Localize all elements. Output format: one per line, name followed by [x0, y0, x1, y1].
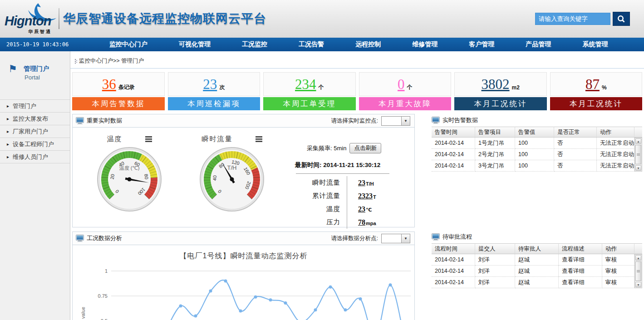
scroll-thumb[interactable]: [635, 145, 641, 164]
table-cell: 无法正常启动: [597, 160, 634, 172]
temperature-gauge: 020406080100温度 (℃): [95, 145, 163, 213]
nav-item-visual-management[interactable]: 可视化管理: [179, 40, 211, 49]
scroll-thumb[interactable]: [635, 261, 641, 281]
column-header: 动作: [597, 127, 634, 138]
flow-gauge: 04080120160200T/H: [198, 145, 266, 213]
realtime-point-select[interactable]: ▼: [381, 116, 410, 126]
hamburger-menu-icon[interactable]: [145, 136, 152, 142]
card-monthly-major-fault: 0个 本月重大故障: [359, 72, 452, 110]
card-value-area: 87%: [550, 72, 643, 96]
alarm-table: 告警时间告警项目告警值是否正常动作2014-02-141号龙门吊100否无法正常…: [432, 127, 642, 172]
scroll-down-icon[interactable]: ▼: [635, 282, 641, 287]
scrollbar[interactable]: ▲▼: [634, 254, 642, 288]
table-cell: 无法正常启动: [597, 138, 634, 149]
table-cell[interactable]: 审核: [602, 266, 634, 277]
flow-line-chart: 10.750.5value: [73, 264, 413, 320]
panel-header: 待审批流程: [432, 231, 642, 243]
card-value-link[interactable]: 23: [203, 77, 217, 91]
sidebar-item-factory-user-portal[interactable]: ▸厂家用户门户: [0, 125, 70, 138]
column-header: 流程时间: [432, 243, 475, 254]
card-label-bar[interactable]: 本月重大故障: [359, 97, 452, 110]
table-cell[interactable]: 查看详细: [559, 266, 602, 277]
card-label-bar[interactable]: 本周告警数据: [72, 97, 165, 110]
card-unit: 条记录: [118, 84, 135, 91]
table-cell[interactable]: 查看详细: [559, 254, 602, 266]
scroll-down-icon[interactable]: ▼: [635, 165, 641, 171]
metric-unit: T/H: [366, 181, 374, 187]
nav-item-system-management[interactable]: 系统管理: [582, 40, 608, 49]
nav-item-condition-monitoring[interactable]: 工况监控: [242, 40, 267, 49]
column-header: 是否正常: [554, 127, 597, 138]
card-value-link[interactable]: 3802: [482, 77, 510, 91]
hamburger-menu-icon[interactable]: [256, 136, 262, 142]
monitor-icon: [76, 235, 84, 242]
metric-row: 瞬时流量 23T/H: [295, 176, 406, 189]
scrollbar[interactable]: ▲▼: [634, 138, 642, 172]
main-content: 监控中心门户>> 管理门户 36条记录 本周告警数据 23次 本周巡检漏项 23…: [70, 51, 644, 320]
search-input[interactable]: [535, 13, 610, 25]
card-label-bar[interactable]: 本月工况统计: [550, 97, 643, 110]
nav-item-product-management[interactable]: 产品管理: [526, 40, 551, 49]
refresh-button[interactable]: 点击刷新: [349, 143, 381, 153]
sidebar-item-device-engineer-portal[interactable]: ▸设备工程师门户: [0, 138, 70, 151]
search-bar: [535, 12, 630, 26]
portal-header[interactable]: ⚑ 管理门户 Portal: [0, 51, 70, 90]
table-cell[interactable]: 审核: [602, 254, 634, 266]
nav-item-maintenance-management[interactable]: 维修管理: [412, 40, 438, 49]
card-value-link[interactable]: 36: [102, 77, 116, 91]
nav-item-monitoring-center-portal[interactable]: 监控中心门户: [109, 40, 147, 49]
table-cell: 赵城: [515, 277, 559, 288]
table-cell: 1号龙门吊: [475, 138, 515, 149]
column-header: 告警值: [515, 127, 554, 138]
page-title: 华辰智通设备远程监控物联网云平台: [63, 10, 266, 27]
column-header: 流程描述: [559, 243, 602, 254]
breadcrumb: 监控中心门户>> 管理门户: [70, 51, 644, 68]
scroll-up-icon[interactable]: ▲: [635, 138, 641, 144]
scroll-up-icon[interactable]: ▲: [635, 255, 641, 261]
right-column: 实时告警数据 告警时间告警项目告警值是否正常动作2014-02-141号龙门吊1…: [432, 114, 642, 320]
table-cell: 100: [515, 138, 554, 149]
card-label-bar[interactable]: 本月工况统计: [454, 97, 547, 110]
panel-header: 重要实时数据 请选择实时监控点: ▼: [73, 114, 414, 128]
card-label-bar[interactable]: 本周巡检漏项: [168, 97, 261, 110]
analysis-point-select-label: 请选择数据分析点:: [331, 235, 378, 242]
sidebar-item-management-portal[interactable]: ▸管理门户: [0, 100, 70, 113]
metric-label: 瞬时流量: [295, 176, 340, 189]
card-value-area: 234个: [263, 72, 356, 96]
table-cell: 刘洋: [475, 277, 515, 288]
search-button[interactable]: [613, 12, 630, 26]
card-value-link[interactable]: 234: [295, 77, 316, 91]
table-cell: 3号龙门吊: [475, 160, 515, 172]
table-cell[interactable]: 查看详细: [559, 277, 602, 288]
drag-dots-icon: [75, 59, 76, 60]
column-header: 动作: [602, 243, 634, 254]
monitor-icon: [432, 233, 440, 241]
metric-value: 78: [358, 218, 365, 226]
table-cell: 否: [554, 160, 597, 172]
sidebar-item-big-screen-publish[interactable]: ▸监控大屏发布: [0, 113, 70, 125]
nav-item-remote-control[interactable]: 远程控制: [355, 40, 381, 49]
card-value-link[interactable]: 87: [585, 77, 600, 91]
card-label-bar[interactable]: 本周工单受理: [263, 97, 356, 110]
collect-frequency-label: 采集频率: 5min: [307, 144, 346, 153]
table-cell: 刘洋: [475, 266, 515, 277]
monitor-icon: [76, 117, 84, 124]
analysis-point-select[interactable]: ▼: [381, 234, 410, 243]
metric-row: 累计流量 2323T: [295, 189, 406, 202]
card-value-link[interactable]: 0: [398, 77, 405, 91]
card-unit: m2: [512, 84, 520, 91]
nav-items: 监控中心门户 可视化管理 工况监控 工况告警 远程控制 维修管理 客户管理 产品…: [93, 40, 624, 49]
table-cell: 刘洋: [475, 254, 515, 266]
sidebar-item-label: 设备工程师门户: [13, 141, 54, 148]
table-cell[interactable]: 审核: [602, 277, 634, 288]
svg-text:40: 40: [211, 175, 217, 181]
sidebar-item-label: 监控大屏发布: [13, 115, 48, 122]
nav-item-customer-management[interactable]: 客户管理: [469, 40, 494, 49]
content-area: 36条记录 本周告警数据 23次 本周巡检漏项 234个 本周工单受理 0个 本…: [70, 68, 644, 320]
sidebar-item-maintenance-staff-portal[interactable]: ▸维修人员门户: [0, 151, 70, 163]
nav-item-condition-alarm[interactable]: 工况告警: [299, 40, 324, 49]
select-value: [382, 117, 401, 125]
flow-gauge-block: 瞬时流量 04080120160200T/H: [181, 131, 283, 227]
table-cell: 100: [515, 149, 554, 160]
portal-subtitle: Portal: [25, 74, 40, 81]
